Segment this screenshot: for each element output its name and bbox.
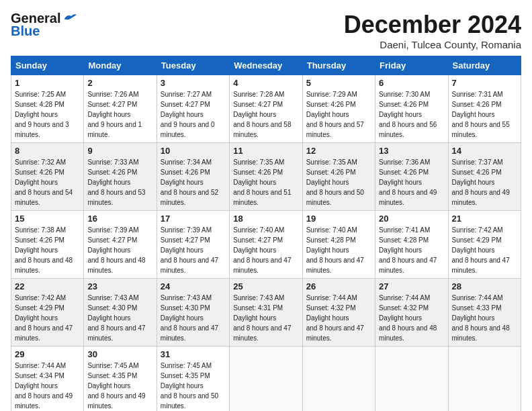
weekday-header: Thursday <box>302 56 375 75</box>
calendar-cell: 18 Sunrise: 7:40 AMSunset: 4:27 PMDaylig… <box>230 211 302 279</box>
calendar-week-row: 15 Sunrise: 7:38 AMSunset: 4:26 PMDaylig… <box>11 211 521 279</box>
day-info: Sunrise: 7:25 AMSunset: 4:28 PMDaylight … <box>15 91 69 138</box>
day-number: 26 <box>306 281 371 291</box>
weekday-header: Friday <box>375 56 448 75</box>
weekday-header: Sunday <box>11 56 84 75</box>
calendar-cell: 15 Sunrise: 7:38 AMSunset: 4:26 PMDaylig… <box>11 211 84 279</box>
day-number: 22 <box>15 281 80 291</box>
calendar-cell: 22 Sunrise: 7:42 AMSunset: 4:29 PMDaylig… <box>11 279 84 347</box>
day-info: Sunrise: 7:35 AMSunset: 4:26 PMDaylight … <box>306 158 364 206</box>
day-info: Sunrise: 7:28 AMSunset: 4:27 PMDaylight … <box>233 91 291 138</box>
day-info: Sunrise: 7:32 AMSunset: 4:26 PMDaylight … <box>15 158 73 206</box>
day-number: 30 <box>87 349 152 359</box>
day-number: 8 <box>15 146 80 156</box>
day-number: 29 <box>15 349 80 359</box>
day-number: 16 <box>87 214 152 224</box>
day-info: Sunrise: 7:40 AMSunset: 4:27 PMDaylight … <box>233 226 291 274</box>
calendar-cell: 28 Sunrise: 7:44 AMSunset: 4:33 PMDaylig… <box>448 279 521 347</box>
logo-blue: Blue <box>11 24 40 39</box>
weekday-header: Monday <box>84 56 157 75</box>
weekday-header: Wednesday <box>230 56 302 75</box>
day-number: 21 <box>452 214 517 224</box>
calendar-cell: 9 Sunrise: 7:33 AMSunset: 4:26 PMDayligh… <box>84 143 157 211</box>
day-info: Sunrise: 7:37 AMSunset: 4:26 PMDaylight … <box>452 158 510 206</box>
day-info: Sunrise: 7:29 AMSunset: 4:26 PMDaylight … <box>306 91 364 138</box>
weekday-header: Tuesday <box>157 56 229 75</box>
day-info: Sunrise: 7:39 AMSunset: 4:27 PMDaylight … <box>87 226 145 274</box>
day-info: Sunrise: 7:30 AMSunset: 4:26 PMDaylight … <box>379 91 437 138</box>
day-info: Sunrise: 7:31 AMSunset: 4:26 PMDaylight … <box>452 91 510 138</box>
day-number: 1 <box>15 78 80 88</box>
day-number: 18 <box>233 214 298 224</box>
day-number: 7 <box>452 78 517 88</box>
day-number: 4 <box>233 78 298 88</box>
day-info: Sunrise: 7:42 AMSunset: 4:29 PMDaylight … <box>15 294 73 342</box>
day-number: 9 <box>87 146 152 156</box>
day-info: Sunrise: 7:42 AMSunset: 4:29 PMDaylight … <box>452 226 510 274</box>
day-info: Sunrise: 7:44 AMSunset: 4:34 PMDaylight … <box>15 362 73 410</box>
day-info: Sunrise: 7:44 AMSunset: 4:32 PMDaylight … <box>379 294 437 342</box>
calendar-cell <box>302 347 375 412</box>
logo-bird-icon <box>62 13 77 25</box>
page-header: General Blue December 2024 Daeni, Tulcea… <box>11 11 521 50</box>
calendar-cell: 31 Sunrise: 7:45 AMSunset: 4:35 PMDaylig… <box>157 347 229 412</box>
weekday-header-row: SundayMondayTuesdayWednesdayThursdayFrid… <box>11 56 521 75</box>
calendar-cell: 1 Sunrise: 7:25 AMSunset: 4:28 PMDayligh… <box>11 75 84 143</box>
month-title: December 2024 <box>344 11 521 39</box>
logo: General Blue <box>11 11 77 39</box>
day-number: 19 <box>306 214 371 224</box>
calendar-cell: 20 Sunrise: 7:41 AMSunset: 4:28 PMDaylig… <box>375 211 448 279</box>
calendar-week-row: 22 Sunrise: 7:42 AMSunset: 4:29 PMDaylig… <box>11 279 521 347</box>
day-info: Sunrise: 7:38 AMSunset: 4:26 PMDaylight … <box>15 226 73 274</box>
calendar-cell: 13 Sunrise: 7:36 AMSunset: 4:26 PMDaylig… <box>375 143 448 211</box>
day-number: 31 <box>161 349 226 359</box>
day-number: 2 <box>87 78 152 88</box>
day-info: Sunrise: 7:34 AMSunset: 4:26 PMDaylight … <box>161 158 218 206</box>
day-number: 6 <box>379 78 444 88</box>
day-info: Sunrise: 7:45 AMSunset: 4:35 PMDaylight … <box>161 362 218 410</box>
day-number: 23 <box>87 281 152 291</box>
day-info: Sunrise: 7:26 AMSunset: 4:27 PMDaylight … <box>87 91 142 138</box>
day-number: 14 <box>452 146 517 156</box>
day-info: Sunrise: 7:44 AMSunset: 4:33 PMDaylight … <box>452 294 510 342</box>
day-info: Sunrise: 7:43 AMSunset: 4:31 PMDaylight … <box>233 294 291 342</box>
calendar-cell: 25 Sunrise: 7:43 AMSunset: 4:31 PMDaylig… <box>230 279 302 347</box>
day-info: Sunrise: 7:41 AMSunset: 4:28 PMDaylight … <box>379 226 437 274</box>
day-info: Sunrise: 7:35 AMSunset: 4:26 PMDaylight … <box>233 158 291 206</box>
calendar-cell: 14 Sunrise: 7:37 AMSunset: 4:26 PMDaylig… <box>448 143 521 211</box>
day-info: Sunrise: 7:33 AMSunset: 4:26 PMDaylight … <box>87 158 145 206</box>
calendar-cell: 24 Sunrise: 7:43 AMSunset: 4:30 PMDaylig… <box>157 279 229 347</box>
day-info: Sunrise: 7:43 AMSunset: 4:30 PMDaylight … <box>161 294 218 342</box>
day-number: 20 <box>379 214 444 224</box>
day-info: Sunrise: 7:43 AMSunset: 4:30 PMDaylight … <box>87 294 145 342</box>
calendar-cell: 29 Sunrise: 7:44 AMSunset: 4:34 PMDaylig… <box>11 347 84 412</box>
calendar-table: SundayMondayTuesdayWednesdayThursdayFrid… <box>11 56 521 411</box>
calendar-week-row: 1 Sunrise: 7:25 AMSunset: 4:28 PMDayligh… <box>11 75 521 143</box>
day-info: Sunrise: 7:39 AMSunset: 4:27 PMDaylight … <box>161 226 218 274</box>
calendar-cell: 11 Sunrise: 7:35 AMSunset: 4:26 PMDaylig… <box>230 143 302 211</box>
calendar-cell: 4 Sunrise: 7:28 AMSunset: 4:27 PMDayligh… <box>230 75 302 143</box>
calendar-cell <box>375 347 448 412</box>
calendar-cell: 21 Sunrise: 7:42 AMSunset: 4:29 PMDaylig… <box>448 211 521 279</box>
day-info: Sunrise: 7:40 AMSunset: 4:28 PMDaylight … <box>306 226 364 274</box>
day-number: 11 <box>233 146 298 156</box>
day-number: 3 <box>161 78 226 88</box>
calendar-week-row: 29 Sunrise: 7:44 AMSunset: 4:34 PMDaylig… <box>11 347 521 412</box>
calendar-cell: 26 Sunrise: 7:44 AMSunset: 4:32 PMDaylig… <box>302 279 375 347</box>
day-info: Sunrise: 7:44 AMSunset: 4:32 PMDaylight … <box>306 294 364 342</box>
weekday-header: Saturday <box>448 56 521 75</box>
day-info: Sunrise: 7:27 AMSunset: 4:27 PMDaylight … <box>161 91 215 138</box>
day-number: 24 <box>161 281 226 291</box>
day-number: 10 <box>161 146 226 156</box>
calendar-cell: 19 Sunrise: 7:40 AMSunset: 4:28 PMDaylig… <box>302 211 375 279</box>
calendar-cell: 27 Sunrise: 7:44 AMSunset: 4:32 PMDaylig… <box>375 279 448 347</box>
day-number: 25 <box>233 281 298 291</box>
calendar-week-row: 8 Sunrise: 7:32 AMSunset: 4:26 PMDayligh… <box>11 143 521 211</box>
calendar-cell: 2 Sunrise: 7:26 AMSunset: 4:27 PMDayligh… <box>84 75 157 143</box>
location-subtitle: Daeni, Tulcea County, Romania <box>344 39 521 50</box>
day-info: Sunrise: 7:36 AMSunset: 4:26 PMDaylight … <box>379 158 437 206</box>
calendar-cell: 30 Sunrise: 7:45 AMSunset: 4:35 PMDaylig… <box>84 347 157 412</box>
calendar-cell: 16 Sunrise: 7:39 AMSunset: 4:27 PMDaylig… <box>84 211 157 279</box>
calendar-cell: 7 Sunrise: 7:31 AMSunset: 4:26 PMDayligh… <box>448 75 521 143</box>
calendar-cell: 3 Sunrise: 7:27 AMSunset: 4:27 PMDayligh… <box>157 75 229 143</box>
